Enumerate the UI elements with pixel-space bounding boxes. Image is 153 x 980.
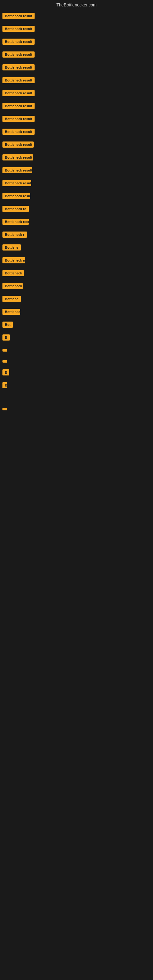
list-item[interactable]: Bottleneck result bbox=[0, 167, 153, 175]
bottleneck-badge[interactable]: Bottleneck result bbox=[2, 129, 35, 135]
bottleneck-badge[interactable]: Bottleneck result bbox=[2, 154, 33, 161]
bottleneck-badge[interactable]: Bottleneck result bbox=[2, 51, 35, 57]
list-item[interactable]: Bottleneck result bbox=[0, 38, 153, 46]
list-item[interactable]: Bottleneck r bbox=[0, 232, 153, 239]
bottleneck-badge[interactable]: Bottleneck res bbox=[2, 283, 22, 289]
list-item[interactable] bbox=[0, 417, 153, 423]
bottleneck-badge[interactable]: Bottleneck result bbox=[2, 26, 35, 32]
bottleneck-badge[interactable]: Bott bbox=[2, 382, 7, 388]
list-item[interactable] bbox=[0, 395, 153, 401]
bottleneck-badge[interactable]: Bottleneck n bbox=[2, 257, 25, 263]
bottleneck-badge[interactable]: Bottleneck result bbox=[2, 142, 33, 148]
bottleneck-badge[interactable]: Bottleneck bbox=[2, 270, 24, 276]
bottleneck-badge[interactable]: Bot bbox=[2, 321, 13, 328]
bottleneck-badge[interactable]: Bottleneck result bbox=[2, 64, 35, 70]
bottleneck-badge[interactable]: Bottleneck r bbox=[2, 232, 27, 238]
list-item[interactable]: B bbox=[0, 334, 153, 342]
list-item[interactable] bbox=[0, 439, 153, 445]
bottleneck-badge[interactable]: B bbox=[2, 334, 10, 340]
list-item[interactable]: Bottleneck result bbox=[0, 219, 153, 226]
list-item[interactable]: Bottlene bbox=[0, 244, 153, 252]
list-item[interactable]: Bottleneck n bbox=[0, 257, 153, 265]
list-item[interactable]: Bottlene bbox=[0, 296, 153, 303]
list-item[interactable]: Bottleneck result bbox=[0, 129, 153, 136]
bottleneck-badge[interactable]: Bottleneck result bbox=[2, 193, 30, 199]
bottleneck-badge[interactable]: B bbox=[2, 369, 9, 375]
list-item[interactable]: Bottleneck result bbox=[0, 26, 153, 33]
list-item[interactable]: Bot bbox=[0, 321, 153, 329]
bottleneck-badge[interactable]: Bottleneck result bbox=[2, 77, 35, 83]
list-item[interactable]: Bottleneck result bbox=[0, 103, 153, 110]
list-item[interactable] bbox=[0, 347, 153, 353]
bottleneck-badge[interactable]: Bottlene bbox=[2, 244, 21, 250]
bottleneck-badge[interactable]: Bottlene bbox=[2, 296, 21, 302]
list-item[interactable]: Bottleneck bbox=[0, 270, 153, 277]
list-item[interactable] bbox=[0, 358, 153, 364]
bottleneck-badge[interactable]: Bottleneck result bbox=[2, 90, 35, 96]
list-item[interactable]: Bottleneck result bbox=[0, 13, 153, 20]
bottleneck-badge[interactable]: Bottleneck result bbox=[2, 38, 35, 45]
list-item[interactable] bbox=[0, 450, 153, 456]
bottleneck-badge[interactable]: Bottleneck result bbox=[2, 167, 32, 173]
site-title-bar: TheBottlenecker.com bbox=[0, 0, 153, 10]
list-item[interactable]: B bbox=[0, 369, 153, 377]
bottleneck-badge[interactable] bbox=[2, 349, 7, 352]
bottleneck-badge[interactable] bbox=[2, 360, 7, 363]
list-item[interactable]: Bottleneck result bbox=[0, 51, 153, 59]
bottleneck-list: Bottleneck resultBottleneck resultBottle… bbox=[0, 10, 153, 456]
bottleneck-badge[interactable]: Bottleneck result bbox=[2, 103, 35, 109]
list-item[interactable]: Bottleneck result bbox=[0, 64, 153, 72]
list-item[interactable]: Bottleneck result bbox=[0, 142, 153, 149]
bottleneck-badge[interactable]: Bottleneck result bbox=[2, 219, 29, 225]
bottleneck-badge[interactable]: Bottleneck result bbox=[2, 116, 35, 122]
bottleneck-badge[interactable]: Bottleneck bbox=[2, 309, 20, 315]
list-item[interactable]: Bottleneck result bbox=[0, 116, 153, 123]
list-item[interactable] bbox=[0, 406, 153, 412]
list-item[interactable]: Bottleneck result bbox=[0, 77, 153, 84]
site-title: TheBottlenecker.com bbox=[0, 0, 153, 10]
list-item[interactable] bbox=[0, 428, 153, 434]
bottleneck-badge[interactable]: Bottleneck re bbox=[2, 206, 29, 212]
list-item[interactable]: Bottleneck result bbox=[0, 154, 153, 162]
list-item[interactable]: Bott bbox=[0, 382, 153, 390]
bottleneck-badge[interactable] bbox=[2, 408, 7, 410]
list-item[interactable]: Bottleneck result bbox=[0, 193, 153, 200]
list-item[interactable]: Bottleneck result bbox=[0, 180, 153, 188]
list-item[interactable]: Bottleneck result bbox=[0, 90, 153, 97]
bottleneck-badge[interactable]: Bottleneck result bbox=[2, 180, 31, 186]
list-item[interactable]: Bottleneck res bbox=[0, 283, 153, 290]
bottleneck-badge[interactable]: Bottleneck result bbox=[2, 13, 35, 19]
list-item[interactable]: Bottleneck bbox=[0, 309, 153, 316]
list-item[interactable]: Bottleneck re bbox=[0, 206, 153, 213]
